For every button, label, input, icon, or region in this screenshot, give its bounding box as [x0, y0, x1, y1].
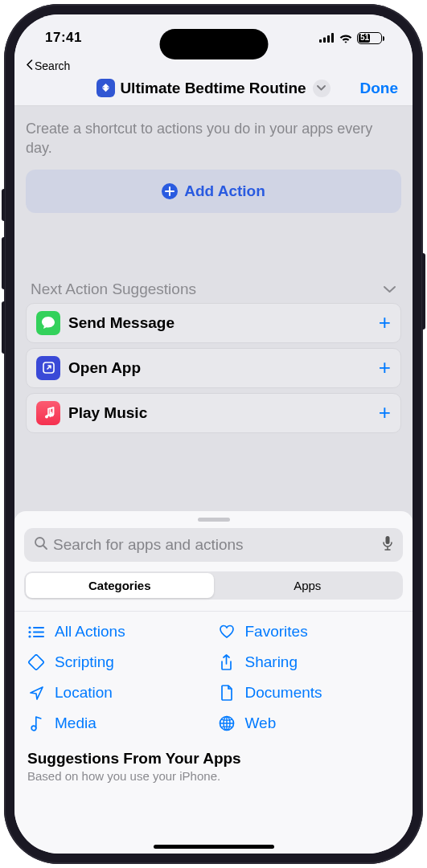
dynamic-island — [159, 29, 268, 59]
category-label: Documents — [245, 684, 322, 702]
add-action-label: Add Action — [184, 182, 265, 200]
svg-point-11 — [28, 635, 31, 637]
category-all-actions[interactable]: All Actions — [27, 623, 210, 641]
suggestions-header: Next Action Suggestions — [31, 280, 196, 298]
segmented-control: Categories Apps — [24, 571, 403, 600]
svg-point-7 — [35, 538, 44, 547]
suggestion-label: Send Message — [68, 314, 379, 332]
category-location[interactable]: Location — [27, 684, 210, 702]
svg-rect-3 — [331, 33, 334, 43]
add-action-button[interactable]: Add Action — [26, 170, 401, 213]
document-icon — [218, 685, 236, 701]
segment-categories[interactable]: Categories — [26, 573, 214, 598]
category-label: Favorites — [245, 623, 308, 641]
category-label: Sharing — [245, 653, 298, 671]
grab-handle[interactable] — [198, 518, 230, 522]
shortcuts-app-icon — [96, 79, 115, 97]
search-field[interactable]: Search for apps and actions — [24, 528, 403, 562]
svg-rect-0 — [319, 39, 322, 43]
suggestion-send-message[interactable]: Send Message + — [26, 303, 401, 343]
share-icon — [218, 654, 236, 671]
category-sharing[interactable]: Sharing — [218, 653, 400, 671]
messages-icon — [36, 311, 60, 335]
suggestion-play-music[interactable]: Play Music + — [26, 393, 401, 433]
category-label: Web — [245, 714, 277, 732]
svg-rect-2 — [327, 35, 330, 43]
suggestion-open-app[interactable]: Open App + — [26, 348, 401, 388]
app-suggestions-subtitle: Based on how you use your iPhone. — [24, 768, 403, 783]
svg-point-9 — [28, 626, 31, 628]
segment-apps[interactable]: Apps — [214, 573, 402, 598]
add-icon[interactable]: + — [379, 310, 391, 335]
location-icon — [27, 686, 45, 701]
app-suggestions-title: Suggestions From Your Apps — [24, 743, 403, 768]
svg-point-10 — [28, 630, 31, 633]
add-icon[interactable]: + — [379, 400, 391, 425]
collapse-chevron-icon[interactable] — [383, 282, 396, 297]
svg-rect-1 — [323, 38, 326, 43]
heart-icon — [218, 624, 236, 639]
hint-text: Create a shortcut to actions you do in y… — [26, 119, 401, 158]
music-icon — [36, 401, 60, 425]
category-label: Scripting — [55, 653, 114, 671]
category-label: Location — [55, 684, 113, 702]
category-media[interactable]: Media — [27, 714, 210, 732]
media-icon — [27, 715, 45, 731]
open-app-icon — [36, 356, 60, 380]
title-chevron-down-icon — [313, 80, 331, 97]
category-favorites[interactable]: Favorites — [218, 623, 400, 641]
divider — [14, 611, 413, 612]
category-web[interactable]: Web — [218, 714, 400, 732]
shortcut-title-group[interactable]: Ultimate Bedtime Routine — [96, 79, 330, 97]
category-scripting[interactable]: Scripting — [27, 653, 210, 671]
category-label: Media — [55, 714, 96, 732]
list-icon — [27, 626, 45, 638]
category-documents[interactable]: Documents — [218, 684, 400, 702]
suggestion-label: Open App — [68, 359, 379, 377]
back-label: Search — [35, 59, 70, 72]
add-icon[interactable]: + — [379, 355, 391, 380]
battery-icon: 51 — [357, 32, 382, 44]
home-indicator[interactable] — [154, 845, 274, 849]
cellular-signal-icon — [319, 33, 335, 43]
svg-rect-15 — [28, 654, 44, 670]
chevron-left-icon — [26, 59, 33, 72]
status-time: 17:41 — [45, 30, 82, 46]
back-button[interactable]: Search — [26, 59, 70, 72]
shortcut-title: Ultimate Bedtime Routine — [120, 80, 306, 97]
search-icon — [34, 536, 48, 554]
search-placeholder: Search for apps and actions — [53, 536, 377, 554]
bottom-sheet[interactable]: Search for apps and actions Categories A… — [14, 511, 413, 854]
wifi-icon — [339, 33, 353, 43]
plus-circle-icon — [162, 183, 178, 199]
web-icon — [218, 715, 236, 731]
suggestion-label: Play Music — [68, 404, 379, 422]
category-label: All Actions — [55, 623, 125, 641]
dictate-icon[interactable] — [382, 535, 393, 555]
done-button[interactable]: Done — [360, 80, 399, 97]
scripting-icon — [27, 654, 45, 670]
svg-rect-8 — [386, 536, 390, 544]
